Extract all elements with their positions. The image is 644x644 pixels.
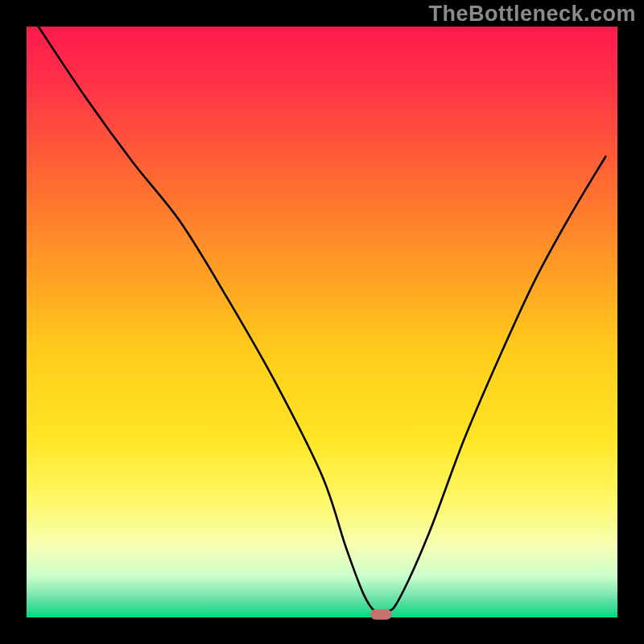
bottleneck-chart [0, 0, 644, 644]
optimal-marker [370, 609, 391, 620]
chart-frame: TheBottleneck.com [0, 0, 644, 644]
plot-background [27, 27, 617, 617]
